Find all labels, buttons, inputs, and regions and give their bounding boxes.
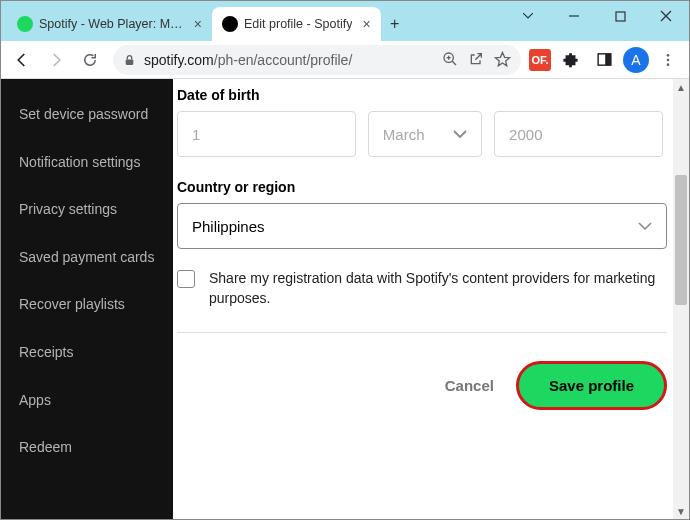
sidebar-item-redeem[interactable]: Redeem (1, 424, 173, 472)
chevron-down-icon (638, 222, 652, 231)
sidebar-item-recover-playlists[interactable]: Recover playlists (1, 281, 173, 329)
extension-of-icon[interactable]: OF. (529, 49, 551, 71)
sidebar-item-set-device-password[interactable]: Set device password (1, 91, 173, 139)
svg-point-13 (667, 63, 670, 66)
divider (177, 332, 667, 333)
form-actions: Cancel Save profile (177, 361, 667, 410)
profile-form: Date of birth 1 March 2000 Country or re… (173, 79, 689, 519)
sidebar-item-saved-payment-cards[interactable]: Saved payment cards (1, 234, 173, 282)
dob-day-input[interactable]: 1 (177, 111, 356, 157)
spotify-icon (222, 16, 238, 32)
country-label: Country or region (177, 179, 663, 195)
tab-spotify-player[interactable]: Spotify - Web Player: Music × (7, 7, 212, 41)
window-controls (505, 1, 689, 31)
lock-icon (123, 53, 136, 67)
share-icon[interactable] (468, 51, 484, 68)
svg-rect-1 (616, 12, 625, 21)
save-profile-button[interactable]: Save profile (516, 361, 667, 410)
svg-rect-4 (126, 59, 134, 64)
dropdown-icon[interactable] (505, 1, 551, 31)
dob-row: 1 March 2000 (177, 111, 663, 157)
tab-edit-profile[interactable]: Edit profile - Spotify × (212, 7, 381, 41)
dob-year-input[interactable]: 2000 (494, 111, 663, 157)
tab-title: Edit profile - Spotify (244, 17, 352, 31)
tab-strip: Spotify - Web Player: Music × Edit profi… (7, 1, 409, 41)
sidebar-item-notification-settings[interactable]: Notification settings (1, 139, 173, 187)
browser-toolbar: spotify.com/ph-en/account/profile/ OF. A (1, 41, 689, 79)
sidepanel-icon[interactable] (589, 45, 619, 75)
sidebar-item-receipts[interactable]: Receipts (1, 329, 173, 377)
svg-point-12 (667, 58, 670, 61)
svg-point-11 (667, 54, 670, 57)
profile-avatar[interactable]: A (623, 47, 649, 73)
page-content: Set device password Notification setting… (1, 79, 689, 519)
scroll-thumb[interactable] (675, 175, 687, 305)
extensions-icon[interactable] (555, 45, 585, 75)
consent-row: Share my registration data with Spotify'… (177, 269, 667, 308)
sidebar-item-privacy-settings[interactable]: Privacy settings (1, 186, 173, 234)
chevron-down-icon (453, 130, 467, 139)
tab-title: Spotify - Web Player: Music (39, 17, 184, 31)
consent-checkbox[interactable] (177, 270, 195, 288)
scroll-down-arrow[interactable]: ▼ (673, 503, 689, 519)
close-icon[interactable]: × (362, 16, 370, 32)
svg-line-6 (452, 61, 456, 65)
browser-titlebar: Spotify - Web Player: Music × Edit profi… (1, 1, 689, 41)
back-button[interactable] (7, 45, 37, 75)
bookmark-icon[interactable] (494, 51, 511, 68)
consent-text: Share my registration data with Spotify'… (209, 269, 667, 308)
sidebar-item-apps[interactable]: Apps (1, 377, 173, 425)
zoom-icon[interactable] (442, 51, 458, 68)
country-value: Philippines (192, 218, 265, 235)
scroll-up-arrow[interactable]: ▲ (673, 79, 689, 95)
country-select[interactable]: Philippines (177, 203, 667, 249)
dob-month-select[interactable]: March (368, 111, 482, 157)
account-sidebar: Set device password Notification setting… (1, 79, 173, 519)
dob-month-value: March (383, 126, 425, 143)
menu-icon[interactable] (653, 45, 683, 75)
new-tab-button[interactable]: + (381, 7, 409, 41)
reload-button[interactable] (75, 45, 105, 75)
svg-rect-10 (605, 54, 611, 65)
maximize-button[interactable] (597, 1, 643, 31)
vertical-scrollbar[interactable]: ▲ ▼ (673, 79, 689, 519)
address-bar[interactable]: spotify.com/ph-en/account/profile/ (113, 45, 521, 75)
url-text: spotify.com/ph-en/account/profile/ (144, 52, 434, 68)
spotify-icon (17, 16, 33, 32)
minimize-button[interactable] (551, 1, 597, 31)
close-window-button[interactable] (643, 1, 689, 31)
close-icon[interactable]: × (194, 16, 202, 32)
cancel-button[interactable]: Cancel (445, 377, 494, 394)
forward-button[interactable] (41, 45, 71, 75)
dob-label: Date of birth (177, 87, 663, 103)
